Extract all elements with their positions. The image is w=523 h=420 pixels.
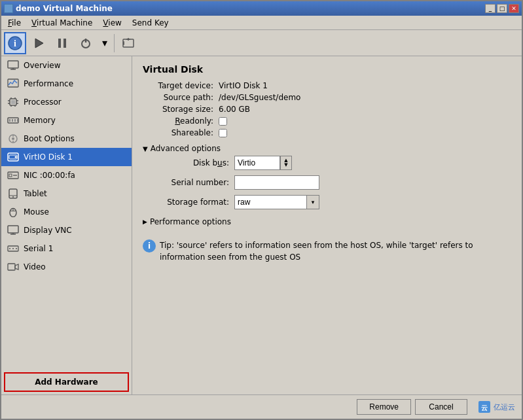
- logo-text: 亿运云: [494, 402, 515, 412]
- sidebar-item-video[interactable]: Video: [1, 258, 132, 276]
- disk-bus-spinner-btn[interactable]: ▲ ▼: [280, 156, 292, 170]
- storage-format-arrow[interactable]: ▾: [306, 195, 319, 209]
- storage-format-row: Storage format: ▾: [156, 195, 511, 209]
- screenshot-button[interactable]: [117, 32, 139, 54]
- serial-icon: [7, 242, 20, 255]
- close-button[interactable]: ✕: [509, 4, 519, 13]
- svg-rect-3: [58, 39, 61, 48]
- screenshot-icon: [122, 37, 135, 50]
- sidebar-item-virtio-disk-1[interactable]: VirtIO Disk 1: [1, 148, 132, 166]
- svg-point-37: [15, 156, 17, 158]
- boot-icon: [7, 132, 20, 145]
- sidebar-label-display-vnc: Display VNC: [24, 226, 72, 235]
- pause-button[interactable]: [51, 32, 73, 54]
- sidebar-item-nic[interactable]: NIC :00:00:fa: [1, 166, 132, 184]
- svg-point-32: [12, 137, 14, 140]
- advanced-options-header[interactable]: ▼ Advanced options: [143, 140, 511, 156]
- sidebar-item-memory[interactable]: Memory: [1, 111, 132, 130]
- storage-size-label: Storage size:: [153, 105, 219, 114]
- storage-format-select-wrapper: ▾: [234, 195, 319, 209]
- sidebar-label-video: Video: [24, 262, 46, 271]
- performance-icon: [7, 77, 20, 90]
- video-icon: [7, 260, 20, 273]
- menu-file[interactable]: File: [3, 17, 26, 29]
- sidebar-item-tablet[interactable]: Tablet: [1, 184, 132, 203]
- power-icon: [80, 37, 92, 49]
- menu-virtual-machine[interactable]: Virtual Machine: [26, 17, 98, 29]
- sidebar-label-virtio-disk: VirtIO Disk 1: [24, 152, 73, 162]
- sidebar-item-processor[interactable]: Processor: [1, 93, 132, 111]
- sidebar-label-mouse: Mouse: [24, 207, 49, 217]
- advanced-options-content: Disk bus: ▲ ▼ Serial number:: [143, 156, 511, 209]
- shareable-checkbox-wrapper: [219, 129, 227, 137]
- sidebar-label-performance: Performance: [24, 79, 73, 88]
- disk-bus-spinner: ▲ ▼: [234, 156, 292, 170]
- remove-button[interactable]: Remove: [357, 399, 411, 415]
- nic-icon: [7, 169, 20, 182]
- serial-number-input[interactable]: [234, 175, 319, 190]
- sidebar-item-boot-options[interactable]: Boot Options: [1, 130, 132, 148]
- toolbar: i ▾: [1, 30, 522, 56]
- storage-size-row: Storage size: 6.00 GB: [143, 105, 511, 114]
- storage-format-label: Storage format:: [156, 198, 234, 207]
- minimize-button[interactable]: _: [485, 4, 496, 13]
- source-path-row: Source path: /dev/GLSguest/demo: [143, 93, 511, 102]
- sidebar-label-processor: Processor: [24, 97, 62, 107]
- add-hardware-label: Add Hardware: [35, 377, 98, 387]
- dropdown-button[interactable]: ▾: [98, 32, 111, 54]
- sidebar-item-display-vnc[interactable]: Display VNC: [1, 221, 132, 239]
- sidebar-item-serial-1[interactable]: Serial 1: [1, 239, 132, 258]
- storage-size-value: 6.00 GB: [219, 105, 250, 114]
- sidebar-item-overview[interactable]: Overview: [1, 56, 132, 75]
- storage-format-input[interactable]: [234, 195, 306, 209]
- menu-view[interactable]: View: [98, 17, 126, 29]
- cancel-button[interactable]: Cancel: [415, 399, 467, 415]
- titlebar-buttons: _ □ ✕: [485, 4, 519, 13]
- svg-rect-29: [14, 119, 16, 122]
- svg-text:云: 云: [481, 404, 488, 411]
- add-hardware-button[interactable]: Add Hardware: [4, 372, 129, 392]
- menu-send-key[interactable]: Send Key: [127, 17, 174, 29]
- sidebar-label-memory: Memory: [24, 116, 56, 125]
- toolbar-separator: [114, 34, 115, 52]
- advanced-options-arrow: ▼: [143, 145, 148, 152]
- play-icon: [33, 37, 45, 49]
- performance-options-header[interactable]: ▶ Performance options: [143, 215, 511, 229]
- shareable-label: Shareable:: [153, 128, 219, 137]
- target-device-label: Target device:: [153, 81, 219, 90]
- shareable-checkbox[interactable]: [219, 129, 227, 137]
- sidebar-item-performance[interactable]: Performance: [1, 75, 132, 93]
- performance-options-label: Performance options: [150, 217, 231, 226]
- sidebar-label-overview: Overview: [24, 61, 61, 70]
- disk-bus-label: Disk bus:: [156, 158, 234, 167]
- titlebar: demo Virtual Machine _ □ ✕: [1, 1, 522, 16]
- readonly-checkbox[interactable]: [219, 117, 227, 126]
- serial-number-row: Serial number:: [156, 175, 511, 190]
- info-icon: i: [8, 36, 22, 50]
- source-path-value: /dev/GLSguest/demo: [219, 93, 300, 102]
- source-path-label: Source path:: [153, 93, 219, 102]
- svg-rect-28: [12, 119, 13, 122]
- svg-rect-17: [11, 100, 15, 104]
- svg-point-51: [9, 248, 10, 249]
- svg-point-53: [16, 248, 17, 249]
- main-content: Overview Performance: [1, 56, 522, 394]
- tip-box: i Tip: 'source' refers to information se…: [143, 237, 511, 266]
- menubar: File Virtual Machine View Send Key: [1, 16, 522, 30]
- maximize-button[interactable]: □: [497, 4, 507, 13]
- svg-rect-54: [8, 264, 15, 270]
- disk-bus-input[interactable]: [234, 156, 280, 170]
- detail-title: Virtual Disk: [143, 64, 511, 75]
- info-button[interactable]: i: [4, 32, 26, 54]
- svg-rect-27: [9, 119, 10, 122]
- titlebar-left: demo Virtual Machine: [4, 4, 113, 13]
- sidebar-label-boot-options: Boot Options: [24, 134, 75, 143]
- titlebar-icon: [4, 4, 13, 13]
- detail-panel: Virtual Disk Target device: VirtIO Disk …: [132, 56, 522, 394]
- readonly-checkbox-wrapper: [219, 117, 227, 126]
- logo-icon: 云: [478, 400, 491, 413]
- play-button[interactable]: [27, 32, 50, 54]
- sidebar-item-mouse[interactable]: Mouse: [1, 203, 132, 221]
- power-button[interactable]: [75, 32, 97, 54]
- svg-rect-12: [8, 61, 18, 68]
